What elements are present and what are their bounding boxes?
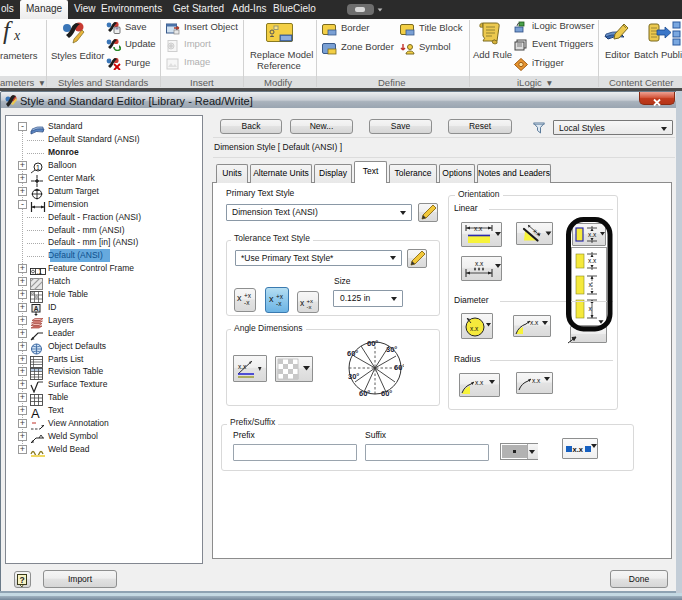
svg-text:x.x: x.x xyxy=(474,225,483,232)
svg-text:30°: 30° xyxy=(386,345,397,354)
svg-text:-x: -x xyxy=(307,304,312,310)
svg-text:60°: 60° xyxy=(381,389,392,397)
svg-text:A: A xyxy=(34,305,39,312)
svg-text:30°: 30° xyxy=(348,372,359,381)
svg-text:x.x: x.x xyxy=(470,325,479,332)
svg-text:-x: -x xyxy=(276,300,282,307)
svg-text:x: x xyxy=(237,293,242,303)
svg-text:60°: 60° xyxy=(367,339,378,348)
svg-text:x.x: x.x xyxy=(475,260,484,267)
svg-text:x: x xyxy=(269,294,274,304)
svg-text:x.x: x.x xyxy=(238,363,247,370)
svg-text:60°: 60° xyxy=(359,389,370,397)
svg-text:1: 1 xyxy=(36,164,40,171)
svg-text:60°: 60° xyxy=(347,349,358,358)
svg-text:?: ? xyxy=(20,575,25,585)
svg-text:x.x: x.x xyxy=(532,377,541,384)
svg-text:.1: .1 xyxy=(37,268,43,275)
svg-text:+x: +x xyxy=(244,292,252,299)
svg-text:x.x: x.x xyxy=(530,319,539,326)
svg-text:-x: -x xyxy=(244,299,250,306)
svg-text:60°: 60° xyxy=(394,363,404,372)
svg-text:x.x: x.x xyxy=(573,445,584,454)
svg-text:x.x: x.x xyxy=(475,379,484,386)
svg-text:x: x xyxy=(300,298,305,308)
svg-text:+x: +x xyxy=(276,293,284,300)
